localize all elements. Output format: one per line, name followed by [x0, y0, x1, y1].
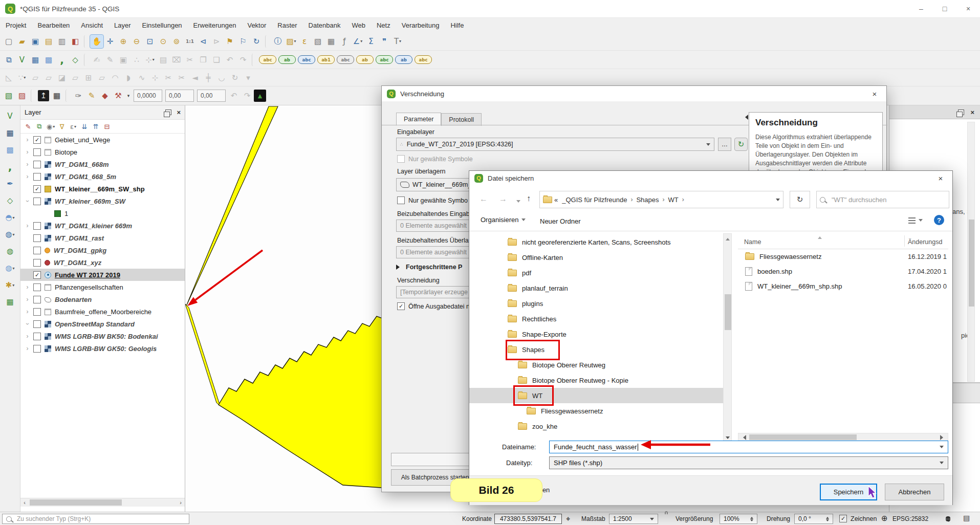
layer-tree-item[interactable]: WT_kleiner_669m_SW	[20, 195, 185, 207]
folder-tree-item[interactable]: nicht georeferenzierte Karten, Scans, Sc…	[469, 234, 723, 250]
messages-icon[interactable]: ⋯	[946, 516, 950, 521]
deselect-all-icon[interactable]: ▧	[311, 35, 324, 48]
scroll-left-icon[interactable]	[741, 435, 746, 440]
advanced-parameters-toggle[interactable]: Fortgeschrittene P	[396, 264, 462, 271]
add-annotation-layer-icon[interactable]: ✱	[4, 278, 17, 292]
data-source-manager-icon[interactable]: ⧉	[2, 53, 15, 67]
add-vector-layer-icon[interactable]: V	[4, 110, 17, 123]
cad-field[interactable]: 0,00	[165, 90, 194, 102]
add-group-icon[interactable]: ⧉	[34, 121, 45, 132]
refresh-map-icon[interactable]: ↻	[250, 35, 263, 48]
field-calculator-icon[interactable]: ƒ	[338, 35, 351, 48]
browse-button[interactable]: …	[718, 138, 731, 151]
open-output-checkbox-row[interactable]: Öffne Ausgabedatei n	[397, 302, 470, 310]
nav-history-chevron-icon[interactable]	[516, 200, 520, 205]
zoom-to-layer-icon[interactable]: ⊚	[170, 35, 183, 48]
add-virtual-layer-icon[interactable]: ◇	[4, 194, 17, 207]
advanced-digitizing-icon[interactable]: ◺	[2, 71, 15, 84]
folder-tree-item[interactable]: plugins	[469, 296, 723, 311]
folder-tree-item[interactable]: Fliessgewaessernetz	[469, 403, 723, 419]
locator-search-box[interactable]: Zu suchender Typ (Strg+K)	[2, 514, 189, 524]
layer-tree-item[interactable]: Biotope	[20, 146, 185, 158]
layer-visibility-checkbox[interactable]	[33, 283, 41, 291]
breadcrumb-item[interactable]: WT	[666, 196, 681, 204]
sketch-pencil-icon[interactable]: ✎	[85, 89, 98, 102]
statistical-summary-icon[interactable]: Σ	[364, 35, 378, 48]
select-by-expression-icon[interactable]: ε	[298, 35, 311, 48]
remove-layer-icon[interactable]: ⊟	[101, 121, 113, 132]
organize-menu[interactable]: Organisieren	[481, 216, 526, 224]
select-features-icon[interactable]: ▨	[285, 35, 298, 48]
layer-visibility-checkbox[interactable]	[33, 148, 41, 156]
menu-item[interactable]: Erweiterungen	[188, 18, 242, 32]
zoom-in-icon[interactable]: ⊕	[117, 35, 130, 48]
layer-visibility-checkbox[interactable]	[33, 271, 41, 279]
menu-item[interactable]: Bearbeiten	[32, 18, 75, 32]
folder-tree-item[interactable]: planlauf_terrain	[469, 280, 723, 296]
import-photos-icon[interactable]: ↥	[38, 90, 49, 101]
menu-item[interactable]: Netz	[371, 18, 396, 32]
layer-visibility-checkbox[interactable]	[33, 296, 41, 303]
menu-item[interactable]: Verarbeitung	[396, 18, 445, 32]
address-bar[interactable]: « _QGIS für Pilzfreunde › Shapes › WT ›	[539, 191, 783, 208]
render-checkbox-row[interactable]: Zeichnen	[839, 515, 877, 522]
menu-item[interactable]: Einstellungen	[137, 18, 188, 32]
layer-visibility-checkbox[interactable]	[33, 333, 41, 340]
menu-item[interactable]: Layer	[108, 18, 137, 32]
show-bookmarks-icon[interactable]: ⚐	[236, 35, 250, 48]
label-highlight-icon[interactable]: abc	[337, 55, 354, 64]
panel-close-icon[interactable]: ×	[177, 108, 181, 116]
expander-icon[interactable]	[24, 296, 31, 303]
new-folder-button[interactable]: Neuer Ordner	[540, 217, 580, 225]
coordinate-input[interactable]: 473380.5,5397541.7	[494, 514, 562, 524]
new-delimited-layer-icon[interactable]: ,	[55, 53, 69, 67]
layer-visibility-checkbox[interactable]	[33, 173, 41, 181]
measure-icon[interactable]: ∠	[351, 35, 364, 48]
toolbar-separator-icon[interactable]	[66, 90, 70, 102]
layer-visibility-checkbox[interactable]	[33, 185, 41, 193]
open-project-icon[interactable]: ▰	[15, 35, 29, 48]
cad-field[interactable]: 0,00	[197, 90, 226, 102]
magnifier-input[interactable]: 100%	[720, 514, 757, 524]
label-rotate-icon[interactable]: abc	[376, 55, 393, 64]
layer-visibility-checkbox[interactable]	[33, 234, 41, 242]
toolbar-separator-icon[interactable]	[84, 35, 88, 48]
column-header-date[interactable]: Änderungsd	[908, 238, 942, 246]
labeling-options-icon[interactable]: abc	[298, 55, 315, 64]
layer-diagram-icon[interactable]: ab	[278, 55, 296, 64]
move-feature-icon[interactable]: ▱	[29, 71, 42, 84]
expander-icon[interactable]	[24, 136, 31, 143]
cancel-button[interactable]: Abbrechen	[885, 484, 944, 500]
nav-up-icon[interactable]: ↑	[527, 194, 531, 203]
add-wms-layer-icon[interactable]: ◍	[4, 228, 17, 241]
search-box[interactable]: "WT" durchsuchen	[816, 191, 949, 208]
save-project-icon[interactable]: ▣	[29, 35, 42, 48]
layer-tree-item[interactable]: Gebiet_und_Wege	[20, 134, 185, 146]
folder-tree-item[interactable]: Biotope Oberer Reutweg - Kopie	[469, 373, 723, 388]
layer-panel-hscrollbar[interactable]: ‹ ›	[20, 498, 185, 507]
identify-features-icon[interactable]: ⓘ	[271, 35, 285, 48]
filter-legend-icon[interactable]: ∇	[56, 121, 68, 132]
dock-float-icon[interactable]	[958, 110, 964, 115]
spinner-icon[interactable]	[823, 515, 829, 523]
modify-attributes-icon[interactable]: ▤	[157, 53, 170, 67]
new-table-icon[interactable]: ▦	[4, 295, 17, 309]
zoom-full-extent-icon[interactable]: ⊡	[143, 35, 157, 48]
copy-move-feature-icon[interactable]: ▱	[42, 71, 55, 84]
layer-visibility-checkbox[interactable]	[33, 161, 41, 168]
column-divider[interactable]	[904, 235, 905, 247]
view-mode-button[interactable]	[908, 217, 923, 224]
layer-visibility-checkbox[interactable]	[33, 308, 41, 316]
help-button[interactable]: ?	[934, 215, 944, 225]
rotate-feature-icon[interactable]: ◪	[55, 71, 69, 84]
digitize-points-icon[interactable]: ∴	[130, 53, 143, 67]
split-features-icon[interactable]: ✂	[162, 71, 175, 84]
style-manager-icon[interactable]: ◧	[69, 35, 82, 48]
label-move-icon[interactable]: ab	[356, 55, 374, 64]
splitter-collapse-icon[interactable]	[743, 115, 748, 120]
menu-item[interactable]: Projekt	[0, 18, 32, 32]
folder-tree-item[interactable]: pdf	[469, 265, 723, 280]
rotation-input[interactable]: 0,0 °	[794, 514, 833, 524]
only-selected-overlay-row[interactable]: Nur gewählte Symbo	[397, 196, 468, 204]
pan-map-icon[interactable]: ✋	[90, 35, 103, 48]
